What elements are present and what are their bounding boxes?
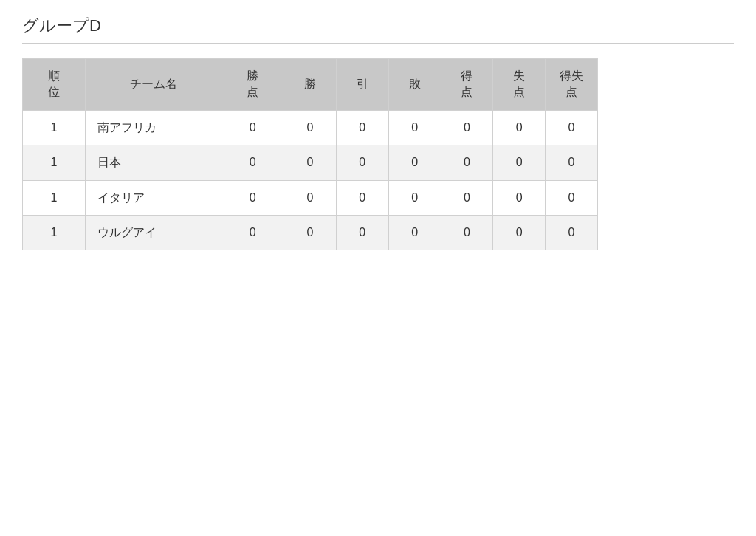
cell-draw: 0 — [336, 110, 388, 145]
cell-loss: 0 — [388, 145, 441, 180]
cell-draw: 0 — [336, 215, 388, 250]
header-rank: 順 位 — [23, 59, 86, 111]
cell-ga: 0 — [493, 215, 546, 250]
header-team: チーム名 — [85, 59, 221, 111]
header-loss: 敗 — [388, 59, 441, 111]
cell-ga: 0 — [493, 180, 546, 215]
table-header-row: 順 位 チーム名 勝 点 勝 引 敗 得 点 失 点 得失 点 — [23, 59, 598, 111]
header-gd: 得失 点 — [546, 59, 598, 111]
cell-rank: 1 — [23, 215, 86, 250]
cell-draw: 0 — [336, 145, 388, 180]
standings-table-wrapper: 順 位 チーム名 勝 点 勝 引 敗 得 点 失 点 得失 点 1南アフリカ00… — [22, 58, 734, 250]
header-win: 勝 — [284, 59, 337, 111]
cell-ga: 0 — [493, 145, 546, 180]
table-row: 1日本0000000 — [23, 145, 598, 180]
table-row: 1ウルグアイ0000000 — [23, 215, 598, 250]
cell-gf: 0 — [441, 145, 493, 180]
cell-win: 0 — [284, 215, 337, 250]
header-ga: 失 点 — [493, 59, 546, 111]
cell-rank: 1 — [23, 180, 86, 215]
cell-gf: 0 — [441, 110, 493, 145]
cell-pts: 0 — [221, 110, 284, 145]
cell-team: ウルグアイ — [85, 215, 221, 250]
cell-team: 南アフリカ — [85, 110, 221, 145]
cell-gd: 0 — [546, 145, 598, 180]
cell-gd: 0 — [546, 215, 598, 250]
cell-ga: 0 — [493, 110, 546, 145]
cell-pts: 0 — [221, 145, 284, 180]
header-draw: 引 — [336, 59, 388, 111]
page-title: グループD — [22, 15, 734, 44]
cell-pts: 0 — [221, 180, 284, 215]
cell-rank: 1 — [23, 145, 86, 180]
cell-gf: 0 — [441, 215, 493, 250]
cell-team: 日本 — [85, 145, 221, 180]
cell-loss: 0 — [388, 180, 441, 215]
cell-loss: 0 — [388, 110, 441, 145]
cell-win: 0 — [284, 110, 337, 145]
cell-gf: 0 — [441, 180, 493, 215]
cell-team: イタリア — [85, 180, 221, 215]
cell-win: 0 — [284, 145, 337, 180]
cell-pts: 0 — [221, 215, 284, 250]
header-pts: 勝 点 — [221, 59, 284, 111]
cell-rank: 1 — [23, 110, 86, 145]
standings-table: 順 位 チーム名 勝 点 勝 引 敗 得 点 失 点 得失 点 1南アフリカ00… — [22, 58, 598, 250]
cell-gd: 0 — [546, 180, 598, 215]
cell-loss: 0 — [388, 215, 441, 250]
cell-win: 0 — [284, 180, 337, 215]
cell-draw: 0 — [336, 180, 388, 215]
table-row: 1南アフリカ0000000 — [23, 110, 598, 145]
table-row: 1イタリア0000000 — [23, 180, 598, 215]
header-gf: 得 点 — [441, 59, 493, 111]
cell-gd: 0 — [546, 110, 598, 145]
